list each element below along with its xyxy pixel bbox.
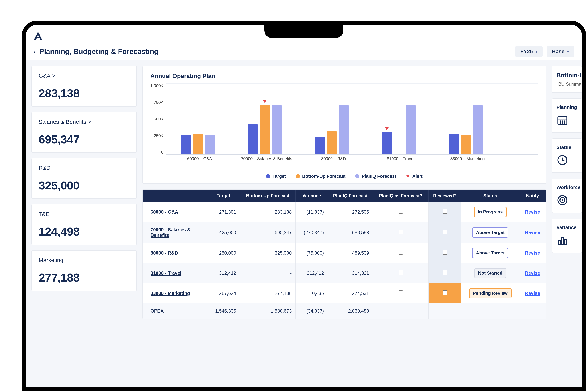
svg-rect-12 bbox=[558, 240, 560, 244]
stat-card-salaries[interactable]: Salaries & Benefits > 695,347 bbox=[32, 112, 137, 153]
chart-bar-target bbox=[248, 124, 258, 154]
status-badge: Above Target bbox=[472, 228, 509, 238]
cell-variance: (34,337) bbox=[296, 304, 328, 319]
revise-link[interactable]: Revise bbox=[525, 209, 540, 214]
col-account bbox=[143, 190, 207, 202]
y-tick: 500K bbox=[150, 116, 164, 122]
reviewed-checkbox[interactable] bbox=[442, 209, 447, 214]
alert-icon bbox=[262, 100, 267, 103]
chart-bar-bottomup bbox=[260, 105, 270, 154]
revise-link[interactable]: Revise bbox=[525, 230, 540, 235]
revise-link[interactable]: Revise bbox=[525, 250, 540, 256]
right-card-status[interactable]: Status bbox=[552, 138, 582, 173]
chart-bar-planiq bbox=[406, 105, 416, 154]
cell-target: 1,546,336 bbox=[207, 304, 240, 319]
table-row: 60000 - G&A 271,301 283,138 (11,837) 272… bbox=[143, 202, 546, 222]
right-card-label: Status bbox=[556, 144, 577, 150]
reviewed-checkbox[interactable] bbox=[442, 230, 447, 234]
table-total-row: OPEX 1,546,336 1,580,673 (34,337) 2,039,… bbox=[143, 304, 546, 319]
right-card-variance[interactable]: Variance bbox=[552, 218, 582, 253]
planiq-as-forecast-checkbox[interactable] bbox=[398, 270, 403, 275]
app-logo-icon bbox=[33, 31, 43, 40]
stat-card-column: G&A > 283,138 Salaries & Benefits > 695,… bbox=[32, 66, 137, 387]
table-row: 70000 - Salaries & Benefits 425,000 695,… bbox=[143, 222, 546, 243]
chevron-right-icon: > bbox=[52, 73, 55, 79]
cell-target: 271,301 bbox=[207, 202, 240, 222]
col-variance: Variance bbox=[296, 190, 328, 202]
account-link[interactable]: 80000 - R&D bbox=[143, 243, 207, 263]
right-card-planning[interactable]: Planning bbox=[552, 98, 582, 133]
chart-bar-planiq bbox=[473, 105, 483, 154]
app-topbar bbox=[26, 28, 582, 43]
svg-point-5 bbox=[560, 122, 561, 124]
fy-selector[interactable]: FY25 ▾ bbox=[515, 46, 543, 57]
stat-card-marketing[interactable]: Marketing 277,188 bbox=[32, 250, 137, 291]
stat-value: 277,188 bbox=[39, 271, 130, 284]
cell-planiq: 2,039,480 bbox=[328, 304, 373, 319]
account-link[interactable]: 60000 - G&A bbox=[143, 202, 207, 222]
status-badge: Above Target bbox=[472, 248, 509, 258]
cell-target: 250,000 bbox=[207, 243, 240, 263]
cell-bottomup: 1,580,673 bbox=[240, 304, 295, 319]
table-row: 80000 - R&D 250,000 325,000 (75,000) 489… bbox=[143, 243, 546, 263]
planiq-as-forecast-checkbox[interactable] bbox=[398, 230, 403, 234]
col-status: Status bbox=[461, 190, 519, 202]
reviewed-checkbox[interactable] bbox=[442, 250, 447, 255]
cell-bottomup: 283,138 bbox=[240, 202, 295, 222]
chart-category-label: 60000 – G&A bbox=[173, 156, 226, 161]
cell-planiq: 314,321 bbox=[328, 263, 373, 283]
account-link[interactable]: 81000 - Travel bbox=[143, 263, 207, 283]
planiq-as-forecast-checkbox[interactable] bbox=[398, 290, 403, 295]
svg-point-3 bbox=[562, 120, 563, 122]
stat-label: G&A bbox=[39, 72, 51, 79]
cell-variance: (270,347) bbox=[296, 222, 328, 243]
col-notify: Notify bbox=[519, 190, 546, 202]
stat-card-rd[interactable]: R&D 325,000 bbox=[32, 158, 137, 199]
col-bottomup: Bottom-Up Forecast bbox=[240, 190, 295, 202]
planiq-as-forecast-checkbox[interactable] bbox=[398, 209, 403, 214]
chart-category-label: 70000 – Salaries & Benefits bbox=[240, 156, 293, 161]
right-card-workforce[interactable]: Workforce bbox=[552, 178, 582, 213]
chevron-down-icon: ▾ bbox=[535, 49, 537, 54]
clock-icon bbox=[556, 154, 568, 166]
chart-bar-planiq bbox=[339, 105, 349, 154]
planiq-as-forecast-checkbox[interactable] bbox=[398, 250, 403, 255]
revise-link[interactable]: Revise bbox=[525, 290, 540, 296]
account-link[interactable]: 83000 - Marketing bbox=[143, 283, 207, 304]
legend-item-target: Target bbox=[266, 174, 286, 179]
chart-bar-group: 80000 – R&D bbox=[315, 105, 352, 154]
cell-bottomup: 695,347 bbox=[240, 222, 295, 243]
chart-bar-bottomup bbox=[461, 135, 471, 154]
right-card-sub: BU Summary bbox=[558, 82, 582, 87]
chart-bar-target bbox=[181, 135, 191, 154]
y-tick: 0 bbox=[150, 150, 164, 155]
reviewed-checkbox[interactable] bbox=[442, 290, 447, 295]
stat-card-ga[interactable]: G&A > 283,138 bbox=[32, 66, 137, 107]
chevron-right-icon: > bbox=[88, 119, 91, 125]
stat-label: T&E bbox=[39, 211, 50, 217]
scenario-selector[interactable]: Base ▾ bbox=[546, 46, 574, 57]
account-total-label[interactable]: OPEX bbox=[143, 304, 207, 319]
revise-link[interactable]: Revise bbox=[525, 270, 540, 276]
stat-value: 283,138 bbox=[39, 86, 130, 100]
account-link[interactable]: 70000 - Salaries & Benefits bbox=[143, 222, 207, 243]
chart-bar-group: 60000 – G&A bbox=[181, 134, 218, 154]
cell-target: 425,000 bbox=[207, 222, 240, 243]
back-icon[interactable]: ‹ bbox=[33, 48, 36, 56]
stat-card-te[interactable]: T&E 124,498 bbox=[32, 204, 137, 245]
chart-bar-group: 70000 – Salaries & Benefits bbox=[248, 105, 285, 154]
alert-icon bbox=[384, 127, 389, 130]
table-row: 81000 - Travel 312,412 - 312,412 314,321… bbox=[143, 263, 546, 283]
right-card-forecast[interactable]: Bottom-Up Forecast BU Summary bbox=[552, 66, 582, 93]
stat-value: 124,498 bbox=[39, 225, 130, 238]
legend-item-planiq: PlanIQ Forecast bbox=[355, 174, 396, 179]
status-badge: Pending Review bbox=[469, 288, 512, 298]
chart-category-label: 81000 – Travel bbox=[374, 156, 427, 161]
reviewed-checkbox[interactable] bbox=[442, 270, 447, 275]
right-card-label: Planning bbox=[556, 104, 577, 110]
svg-rect-14 bbox=[564, 239, 566, 244]
cell-planiq: 274,531 bbox=[328, 283, 373, 304]
col-planiq-as-forecast: PlanIQ as Forecast? bbox=[373, 190, 429, 202]
chart-plot-area: 60000 – G&A70000 – Salaries & Benefits80… bbox=[166, 83, 538, 155]
right-card-title: Bottom-Up Forecast bbox=[556, 72, 577, 79]
